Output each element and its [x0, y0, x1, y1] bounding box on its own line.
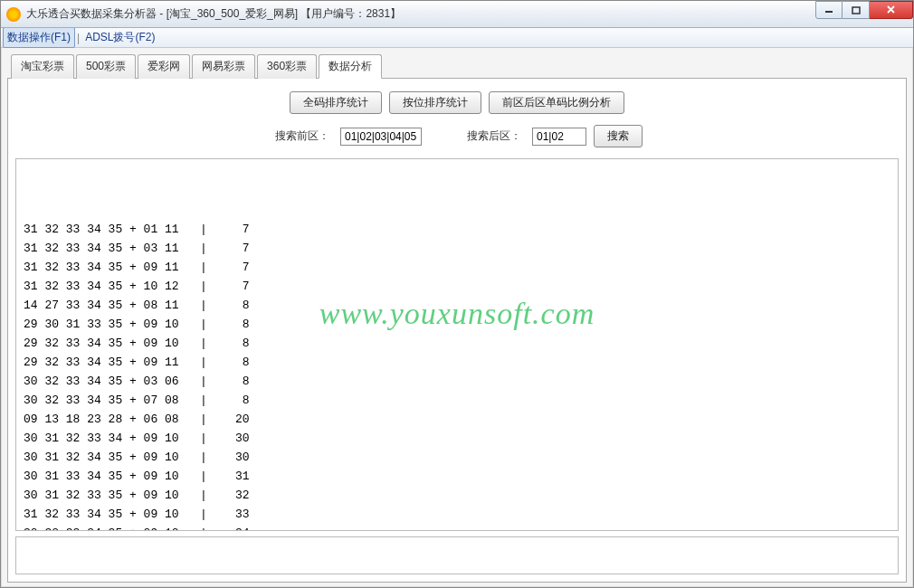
result-row: 30 31 32 34 35 + 09 10 | 30	[24, 448, 890, 467]
front-label: 搜索前区：	[275, 128, 329, 144]
bottom-log-area[interactable]	[15, 536, 899, 574]
result-row: 30 31 32 33 35 + 09 10 | 32	[24, 486, 890, 505]
result-row: 31 32 33 34 35 + 09 10 | 33	[24, 505, 890, 524]
search-button[interactable]: 搜索	[594, 125, 643, 147]
menu-data-ops[interactable]: 数据操作(F1)	[3, 27, 75, 48]
ratio-analysis-button[interactable]: 前区后区单码比例分析	[489, 91, 624, 114]
close-icon	[886, 5, 896, 14]
minimize-button[interactable]	[815, 1, 843, 19]
result-row: 29 30 31 33 35 + 09 10 | 8	[24, 315, 890, 334]
results-area[interactable]: www.youxunsoft.com 31 32 33 34 35 + 01 1…	[15, 158, 899, 531]
window-controls	[815, 1, 913, 19]
tab-strip: 淘宝彩票 500彩票 爱彩网 网易彩票 360彩票 数据分析	[7, 53, 907, 79]
result-row: 31 32 33 34 35 + 03 11 | 7	[24, 239, 890, 258]
back-input[interactable]	[532, 128, 586, 146]
result-row: 30 31 32 33 34 + 09 10 | 30	[24, 429, 890, 448]
tab-taobao[interactable]: 淘宝彩票	[11, 54, 74, 79]
minimize-icon	[824, 5, 833, 14]
back-label: 搜索后区：	[467, 128, 521, 144]
result-row: 30 32 33 34 35 + 07 08 | 8	[24, 391, 890, 410]
result-row: 31 32 33 34 35 + 10 12 | 7	[24, 277, 890, 296]
full-sort-button[interactable]: 全码排序统计	[290, 91, 382, 114]
position-sort-button[interactable]: 按位排序统计	[389, 91, 481, 114]
menu-separator: |	[77, 32, 80, 44]
maximize-button[interactable]	[843, 1, 870, 19]
result-row: 30 31 33 34 35 + 09 10 | 31	[24, 467, 890, 486]
button-row: 全码排序统计 按位排序统计 前区后区单码比例分析	[15, 91, 899, 114]
result-row: 30 32 33 34 35 + 03 06 | 8	[24, 372, 890, 391]
tab-500[interactable]: 500彩票	[76, 54, 136, 79]
tab-aicai[interactable]: 爱彩网	[138, 54, 190, 79]
menu-adsl-dial[interactable]: ADSL拨号(F2)	[81, 28, 158, 47]
close-button[interactable]	[870, 1, 913, 19]
tab-360[interactable]: 360彩票	[257, 54, 317, 79]
result-row: 30 32 33 34 35 + 09 10 | 34	[24, 524, 890, 531]
client-area: 淘宝彩票 500彩票 爱彩网 网易彩票 360彩票 数据分析 全码排序统计 按位…	[1, 48, 913, 587]
window-titlebar: 大乐透合买数据采集分析器 - [淘宝_360_500_爱彩_网易] 【用户编号：…	[1, 1, 913, 28]
result-row: 29 32 33 34 35 + 09 10 | 8	[24, 334, 890, 353]
front-input[interactable]	[340, 128, 422, 146]
result-row: 09 13 18 23 28 + 06 08 | 20	[24, 410, 890, 429]
svg-rect-1	[852, 7, 860, 14]
search-row: 搜索前区： 搜索后区： 搜索	[15, 125, 899, 147]
tab-analysis[interactable]: 数据分析	[319, 54, 382, 79]
result-row: 14 27 33 34 35 + 08 11 | 8	[24, 296, 890, 315]
menubar: 数据操作(F1) | ADSL拨号(F2)	[1, 28, 913, 48]
tab-netease[interactable]: 网易彩票	[192, 54, 255, 79]
result-row: 31 32 33 34 35 + 09 11 | 7	[24, 258, 890, 277]
result-row: 31 32 33 34 35 + 01 11 | 7	[24, 220, 890, 239]
app-icon	[6, 7, 21, 22]
result-row: 29 32 33 34 35 + 09 11 | 8	[24, 353, 890, 372]
maximize-icon	[852, 5, 861, 14]
analysis-panel: 全码排序统计 按位排序统计 前区后区单码比例分析 搜索前区： 搜索后区： 搜索 …	[7, 79, 907, 583]
window-title: 大乐透合买数据采集分析器 - [淘宝_360_500_爱彩_网易] 【用户编号：…	[26, 6, 815, 22]
